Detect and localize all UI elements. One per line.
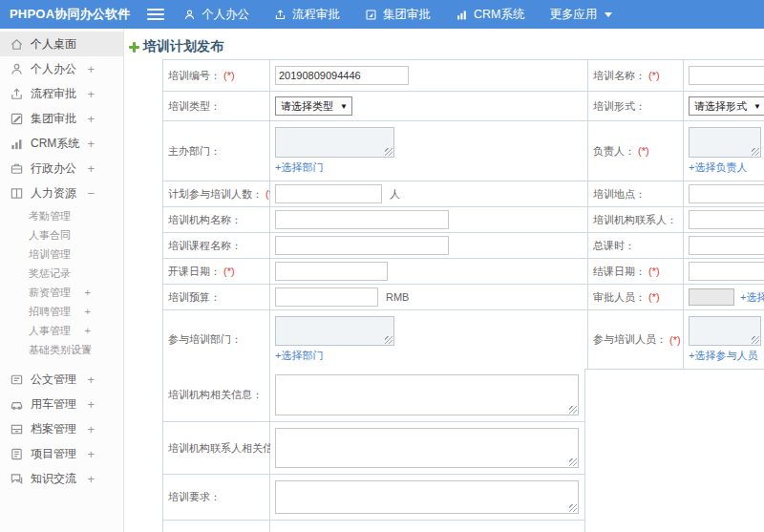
budget-input[interactable] (275, 287, 378, 307)
sidebar-subitem-training[interactable]: 培训管理 (0, 245, 123, 264)
cell-start-date (270, 259, 588, 285)
label-total-hours: 总课时： (588, 233, 684, 259)
group-approval-edit-icon (365, 9, 377, 21)
app-window: PHPOA协同办公软件 个人办公 流程审批 集团审批 CRM系统 更多应用 (0, 0, 764, 532)
document-icon (10, 372, 24, 387)
hr-book-icon (10, 186, 24, 201)
org-info-textarea[interactable] (275, 374, 579, 415)
cell-join-people: +选择参与人员 (684, 310, 764, 370)
cell-leader: +选择负责人 (684, 121, 764, 181)
total-hours-input[interactable] (689, 236, 764, 255)
sidebar-subitem-base-category[interactable]: 基础类别设置+ (0, 340, 123, 359)
planned-count-input[interactable] (275, 184, 382, 203)
training-no-input[interactable] (275, 66, 409, 85)
user-icon (183, 9, 196, 21)
cell-org-contact (684, 207, 764, 233)
sidebar: 个人桌面 个人办公 + 流程审批 + 集团审批 + CRM系统 + 行政办公 + (0, 29, 124, 532)
label-start-date: 开课日期：(*) (163, 259, 270, 285)
caret-down-icon: ▼ (340, 102, 348, 111)
select-approver-link[interactable]: +选择审批人员 (740, 290, 764, 305)
label-org-contact-info: 培训机构联系人相关信息： (163, 422, 270, 475)
join-people-textarea[interactable] (689, 316, 761, 346)
cell-join-dept: +选择部门 (270, 310, 588, 370)
nav-group-approval[interactable]: 集团审批 (365, 7, 431, 23)
main-content: 培训计划发布 培训编号：(*) 培训名称：(*) 培训类型： 请选择类型▼ 培训… (124, 29, 764, 532)
label-approver: 审批人员：(*) (588, 285, 684, 310)
sidebar-item-admin-office[interactable]: 行政办公 + (0, 156, 123, 181)
nav-personal-office[interactable]: 个人办公 (183, 7, 249, 23)
sidebar-item-personal-office[interactable]: 个人办公 + (0, 56, 123, 81)
course-name-input[interactable] (275, 236, 449, 255)
sidebar-item-vehicle[interactable]: 用车管理 + (0, 392, 123, 416)
leader-textarea[interactable] (689, 127, 761, 158)
label-join-people: 参与培训人员：(*) (588, 310, 684, 370)
start-date-input[interactable] (275, 262, 388, 281)
select-join-dept-link[interactable]: +选择部门 (275, 349, 323, 363)
add-plus-icon (128, 41, 140, 53)
sidebar-subitem-personnel[interactable]: 人事管理+ (0, 321, 123, 340)
training-form-table-bottom: 培训机构相关信息： 培训机构联系人相关信息： 培训要求： 附件文档： +附件上传 (162, 369, 584, 532)
resize-grip-icon (752, 336, 759, 344)
label-location: 培训地点： (588, 181, 684, 207)
sidebar-item-knowledge[interactable]: 知识交流 + (0, 466, 123, 491)
sidebar-item-archives[interactable]: 档案管理 + (0, 416, 123, 441)
briefcase-icon (10, 161, 24, 176)
label-training-name: 培训名称：(*) (588, 60, 684, 92)
page-title: 培训计划发布 (128, 38, 223, 55)
group-approval-edit-icon (10, 112, 24, 126)
resize-grip-icon (385, 336, 393, 344)
training-name-input[interactable] (689, 66, 764, 85)
org-contact-info-textarea[interactable] (275, 428, 579, 468)
org-name-input[interactable] (275, 210, 449, 229)
sidebar-item-official-docs[interactable]: 公文管理 + (0, 367, 123, 392)
caret-down-icon: ▼ (753, 102, 761, 111)
requirements-textarea[interactable] (275, 480, 579, 514)
select-leader-link[interactable]: +选择负责人 (689, 160, 747, 175)
cell-end-date (684, 259, 764, 285)
sidebar-item-group-approval[interactable]: 集团审批 + (0, 106, 123, 131)
training-type-select[interactable]: 请选择类型▼ (275, 96, 352, 116)
host-dept-textarea[interactable] (275, 127, 394, 158)
label-budget: 培训预算： (163, 285, 270, 310)
project-icon (10, 447, 24, 461)
cell-org-contact-info (270, 422, 585, 475)
sidebar-item-hr[interactable]: 人力资源 − (0, 181, 123, 205)
cell-attachment: +附件上传 (270, 521, 585, 532)
cell-training-mode: 请选择形式▼ (684, 92, 764, 121)
label-join-dept: 参与培训部门： (163, 310, 270, 370)
select-dept-link[interactable]: +选择部门 (275, 160, 323, 175)
cell-course-name (270, 233, 588, 259)
sidebar-item-workflow-approval[interactable]: 流程审批 + (0, 81, 123, 106)
nav-more-apps[interactable]: 更多应用 (549, 7, 612, 23)
sidebar-item-personal-desktop[interactable]: 个人桌面 (0, 32, 123, 56)
select-join-people-link[interactable]: +选择参与人员 (689, 349, 757, 363)
sidebar-item-projects[interactable]: 项目管理 + (0, 441, 123, 466)
sidebar-subitem-hr-contract[interactable]: 人事合同 (0, 225, 123, 245)
workflow-export-icon (10, 87, 24, 101)
resize-grip-icon (385, 148, 393, 156)
nav-workflow-approval[interactable]: 流程审批 (274, 7, 340, 23)
location-input[interactable] (689, 184, 764, 203)
label-training-no: 培训编号：(*) (163, 60, 270, 92)
sidebar-subitem-rewards[interactable]: 奖惩记录 (0, 264, 123, 283)
end-date-input[interactable] (689, 262, 764, 281)
label-requirements: 培训要求： (163, 475, 270, 521)
top-header: PHPOA协同办公软件 个人办公 流程审批 集团审批 CRM系统 更多应用 (0, 0, 764, 29)
org-contact-input[interactable] (689, 210, 764, 229)
join-dept-textarea[interactable] (275, 316, 394, 346)
cell-approver: +选择审批人员 (684, 285, 764, 310)
approver-input[interactable] (689, 288, 734, 306)
cell-training-name (684, 60, 764, 92)
sidebar-item-crm[interactable]: CRM系统 + (0, 131, 123, 156)
training-mode-select[interactable]: 请选择形式▼ (689, 96, 764, 116)
nav-crm[interactable]: CRM系统 (456, 7, 524, 23)
hamburger-menu-icon[interactable] (147, 9, 164, 20)
cell-host-dept: +选择部门 (270, 121, 588, 181)
sidebar-subitem-attendance[interactable]: 考勤管理 (0, 206, 123, 225)
cell-org-info (270, 369, 585, 422)
resize-grip-icon (752, 148, 759, 156)
sidebar-subitem-recruit[interactable]: 招聘管理+ (0, 302, 123, 321)
label-end-date: 结课日期：(*) (588, 259, 684, 285)
label-org-info: 培训机构相关信息： (163, 369, 270, 422)
sidebar-subitem-salary[interactable]: 薪资管理+ (0, 283, 123, 302)
